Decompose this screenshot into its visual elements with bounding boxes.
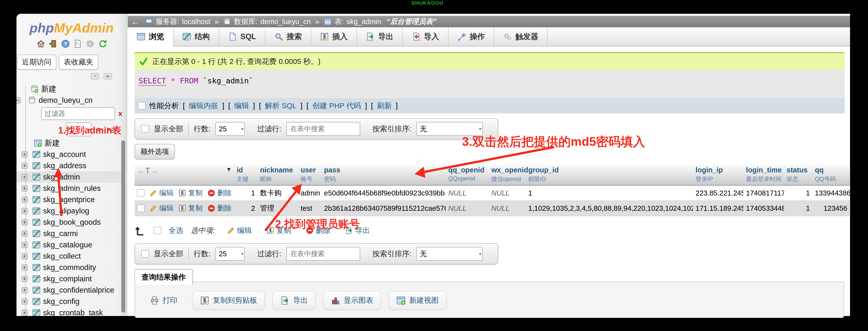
tree-new-table[interactable]: 新建 [17, 137, 127, 149]
column-header-user[interactable]: user账号 [298, 164, 321, 186]
edit-row-link[interactable]: 编辑 [149, 203, 174, 213]
cell-user[interactable]: admin [298, 186, 321, 201]
settings-gear-icon[interactable] [86, 39, 94, 48]
table-link[interactable]: skg_admin [347, 18, 381, 26]
edit-row-link[interactable]: 编辑 [149, 188, 174, 198]
sort-caret-icon[interactable]: ▼ [226, 166, 232, 173]
sidebar-item-skg-book-goods[interactable]: +skg_book_goods [17, 217, 127, 228]
tab-export[interactable]: 导出 [357, 27, 403, 46]
filter-rows-input[interactable] [286, 122, 360, 136]
cell-id[interactable]: 1 [234, 186, 257, 201]
sidebar-item-skg-collect[interactable]: +skg_collect [17, 251, 127, 262]
database-link[interactable]: demo_lueyu_cn [260, 18, 311, 26]
cell-nickname[interactable]: 管理 [257, 201, 298, 216]
copy-row-link[interactable]: 复制 [178, 188, 203, 198]
sidebar-item-skg-carmi[interactable]: +skg_carmi [17, 228, 127, 239]
edit-inline-link[interactable]: 编辑内嵌 [189, 101, 218, 111]
tab-search[interactable]: 搜索 [266, 27, 311, 46]
column-header-login-time[interactable]: login_time最后登录时间 [744, 164, 784, 186]
sidebar-item-skg-complaint[interactable]: +skg_complaint [17, 273, 127, 285]
expand-icon[interactable]: + [22, 298, 28, 305]
column-header-group-id[interactable]: group_id权限ID [526, 164, 693, 186]
cell-login-ip[interactable]: 171.15.189.245 [693, 201, 744, 216]
row-checkbox[interactable] [137, 189, 145, 197]
column-header-id[interactable]: id主键 [234, 164, 257, 186]
docs-icon[interactable] [73, 39, 82, 48]
sidebar-item-skg-admin-rules[interactable]: +skg_admin_rules [17, 183, 127, 194]
tree-database-demo-lueyu-cn[interactable]: − demo_lueyu_cn [17, 95, 127, 106]
expand-icon[interactable]: + [22, 276, 28, 282]
options-glyph[interactable]: ←T→ [137, 166, 158, 175]
display-chart-button[interactable]: 显示图表 [323, 291, 381, 310]
tab-favorite-tables[interactable]: 表收藏夹 [59, 55, 98, 70]
expand-icon[interactable]: + [22, 185, 28, 192]
phpmyadmin-logo[interactable]: phpMyAdmin [17, 20, 127, 35]
link-icon[interactable]: ∞ [103, 73, 112, 79]
sidebar-item-skg-crontab-task[interactable]: +skg_crontab_task [17, 307, 127, 316]
collapse-all-icon[interactable]: − [91, 73, 99, 79]
cell-status[interactable]: 1 [784, 186, 812, 201]
expand-icon[interactable]: + [22, 151, 28, 158]
check-all-link[interactable]: 全选 [168, 226, 183, 236]
cell-qq-openid[interactable]: NULL [446, 186, 489, 201]
create-view-button[interactable]: 新建视图 [389, 291, 446, 310]
table-filter-input[interactable] [41, 107, 115, 120]
expand-icon[interactable]: + [22, 287, 28, 293]
cell-qq-openid[interactable]: NULL [446, 201, 489, 216]
column-header-qq[interactable]: qqQQ号码 [812, 164, 850, 186]
sort-by-key-select[interactable]: 无 [416, 247, 483, 261]
cell-qq[interactable]: 1339443867 [812, 186, 850, 201]
column-header-nickname[interactable]: nickname昵称 [257, 164, 298, 186]
cell-login-time[interactable]: 1740533448 [744, 201, 784, 216]
create-php-code-link[interactable]: 创建 PHP 代码 [312, 101, 361, 111]
expand-icon[interactable]: + [22, 309, 28, 316]
sidebar-item-skg-commodity[interactable]: +skg_commodity [17, 262, 127, 273]
sidebar-item-skg-confidentialprice[interactable]: +skg_confidentialprice [17, 285, 127, 296]
sidebar-item-skg-alipaylog[interactable]: +skg_alipaylog [17, 205, 127, 217]
copy-to-clipboard-button[interactable]: 复制到剪贴板 [192, 291, 265, 310]
expand-icon[interactable]: + [22, 219, 28, 226]
collapse-sidebar-button[interactable]: ← [131, 17, 140, 27]
expand-icon[interactable]: + [22, 230, 28, 237]
sidebar-item-skg-account[interactable]: +skg_account [17, 149, 127, 160]
clear-filter-button[interactable]: x [118, 110, 122, 118]
cell-id[interactable]: 2 [234, 201, 257, 216]
tab-recent-tables[interactable]: 近期访问 [17, 55, 56, 70]
cell-user[interactable]: test [298, 201, 321, 216]
column-actions-header[interactable]: ←T→▼ [134, 164, 234, 186]
tab-sql[interactable]: SQL [219, 27, 266, 46]
column-header-qq-openid[interactable]: qq_openidQQopenid [446, 164, 489, 186]
edit-selected-link[interactable]: 编辑 [227, 226, 252, 236]
expand-icon[interactable]: + [22, 197, 28, 203]
help-icon[interactable] [61, 39, 70, 48]
tab-triggers[interactable]: 触发器 [494, 27, 548, 46]
column-header-login-ip[interactable]: login_ip登录IP [693, 164, 744, 186]
expand-icon[interactable]: + [22, 264, 28, 271]
tab-operations[interactable]: 操作 [448, 27, 494, 46]
print-button[interactable]: 打印 [143, 291, 185, 309]
expand-icon[interactable]: + [22, 174, 28, 180]
sidebar-item-skg-admin[interactable]: +skg_admin [17, 171, 127, 183]
delete-row-link[interactable]: 删除 [208, 203, 231, 213]
refresh-link[interactable]: 刷新 [377, 101, 392, 111]
tab-insert[interactable]: 插入 [311, 27, 357, 46]
cell-wx-openid[interactable]: NULL [489, 186, 526, 201]
expand-icon[interactable]: + [22, 208, 28, 214]
tab-structure[interactable]: 结构 [174, 27, 219, 46]
server-link[interactable]: localhost [182, 18, 210, 26]
tab-browse[interactable]: 浏览 [128, 27, 174, 46]
show-all-checkbox[interactable] [142, 125, 149, 133]
tree-new-database[interactable]: 新建 [17, 84, 127, 95]
cell-pass[interactable]: e50d604f6445b68f9e0bfd0923c939bb [321, 186, 446, 201]
cell-nickname[interactable]: 数卡购 [257, 186, 298, 201]
cell-status[interactable]: 1 [784, 201, 812, 216]
expand-icon[interactable]: + [22, 253, 28, 259]
cell-group-id[interactable]: 1 [526, 186, 693, 201]
sidebar-scrollbar[interactable] [121, 140, 125, 312]
sidebar-item-skg-config[interactable]: +skg_config [17, 296, 127, 307]
copy-row-link[interactable]: 复制 [178, 203, 203, 213]
export-button[interactable]: 导出 [272, 291, 316, 310]
expand-icon[interactable]: + [22, 242, 28, 248]
home-icon[interactable] [36, 39, 45, 48]
collapse-database-icon[interactable]: − [17, 97, 21, 103]
